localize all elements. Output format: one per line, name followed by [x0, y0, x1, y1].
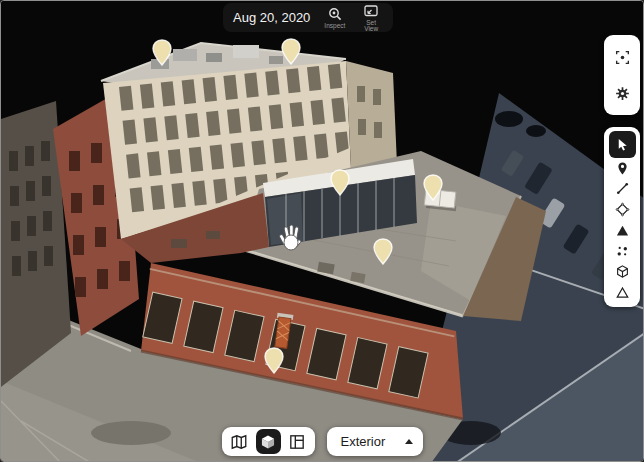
cube-wireframe-icon [615, 264, 630, 279]
map-pin[interactable] [371, 237, 395, 267]
filled-triangle-icon [615, 223, 630, 238]
caret-up-icon [405, 439, 413, 444]
view-options-panel [604, 35, 640, 115]
viewer-window: Aug 20, 2020 Inspect Set View [0, 0, 644, 462]
view-mode-switcher [222, 427, 315, 456]
measure-line-icon [615, 181, 630, 196]
focus-target-icon [614, 49, 631, 66]
cube-icon [259, 433, 277, 451]
settings-gear-icon [614, 85, 631, 102]
diamond-outline-icon [615, 202, 630, 217]
tool-measure-area[interactable] [609, 199, 636, 220]
triangle-outline-icon [615, 285, 630, 300]
map-pin[interactable] [421, 173, 445, 203]
date-label: Aug 20, 2020 [233, 10, 310, 25]
inspect-label: Inspect [324, 23, 345, 30]
map-pin[interactable] [328, 168, 352, 198]
floorplan-view-button[interactable] [285, 429, 310, 454]
tool-point-cloud[interactable] [609, 241, 636, 262]
map-pin[interactable] [262, 346, 286, 376]
top-toolbar: Aug 20, 2020 Inspect Set View [223, 3, 393, 32]
map-icon [230, 433, 248, 451]
location-pin-icon [615, 161, 630, 176]
tool-measure-distance[interactable] [609, 178, 636, 199]
measure-tools-panel [604, 127, 640, 307]
tool-bounding-box[interactable] [609, 262, 636, 283]
set-view-label: Set View [359, 20, 383, 33]
floorplan-icon [288, 433, 306, 451]
level-dropdown-value: Exterior [341, 434, 386, 449]
inspect-button[interactable]: Inspect [324, 6, 345, 30]
tool-select-cursor[interactable] [609, 131, 636, 158]
magnifier-inspect-icon [327, 6, 343, 22]
settings-button[interactable] [609, 80, 636, 107]
level-dropdown[interactable]: Exterior [327, 427, 423, 456]
bottom-toolbar: Exterior [1, 427, 643, 456]
dots-icon [615, 244, 630, 259]
set-view-button[interactable]: Set View [359, 3, 383, 33]
map-view-button[interactable] [227, 429, 252, 454]
tool-place-pin[interactable] [609, 158, 636, 179]
cursor-arrow-icon [615, 137, 630, 152]
focus-button[interactable] [609, 44, 636, 71]
3d-view-button[interactable] [256, 429, 281, 454]
set-view-screen-icon [363, 3, 379, 19]
pin-layer [1, 1, 643, 461]
map-pin[interactable] [279, 37, 303, 67]
tool-slope-angle[interactable] [609, 282, 636, 303]
map-pin[interactable] [150, 38, 174, 68]
tool-measure-volume[interactable] [609, 220, 636, 241]
